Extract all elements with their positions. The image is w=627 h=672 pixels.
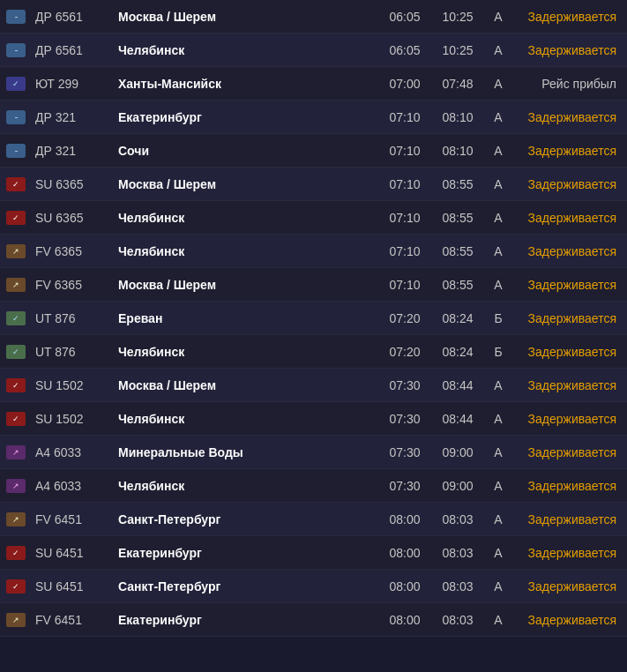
gate: Б bbox=[484, 311, 512, 325]
gate: А bbox=[484, 244, 512, 258]
airline-icon-col bbox=[0, 479, 32, 493]
departure-time: 07:30 bbox=[378, 479, 431, 493]
arrival-time: 08:03 bbox=[431, 546, 484, 560]
departure-time: 07:00 bbox=[378, 77, 431, 91]
status-badge: Задерживается bbox=[512, 412, 627, 426]
airline-icon-col bbox=[0, 77, 32, 91]
arrival-time: 08:10 bbox=[431, 144, 484, 158]
airline-icon bbox=[6, 546, 26, 560]
destination: Москва / Шерем bbox=[111, 10, 378, 24]
flight-row[interactable]: SU 1502 Челябинск 07:30 08:44 А Задержив… bbox=[0, 402, 627, 436]
flight-number: FV 6365 bbox=[32, 244, 111, 258]
status-badge: Задерживается bbox=[512, 311, 627, 325]
departure-time: 07:30 bbox=[378, 412, 431, 426]
destination: Екатеринбург bbox=[111, 613, 378, 627]
gate: А bbox=[484, 10, 512, 24]
status-badge: Задерживается bbox=[512, 110, 627, 124]
departure-time: 07:10 bbox=[378, 144, 431, 158]
status-badge: Задерживается bbox=[512, 177, 627, 191]
status-badge: Задерживается bbox=[512, 345, 627, 359]
flight-row[interactable]: SU 6365 Москва / Шерем 07:10 08:55 А Зад… bbox=[0, 168, 627, 201]
flight-row[interactable]: SU 6451 Санкт-Петербург 08:00 08:03 А За… bbox=[0, 570, 627, 603]
departure-time: 07:20 bbox=[378, 345, 431, 359]
destination: Челябинск bbox=[111, 244, 378, 258]
flight-row[interactable]: ДР 321 Екатеринбург 07:10 08:10 А Задерж… bbox=[0, 101, 627, 134]
departure-time: 07:30 bbox=[378, 445, 431, 459]
destination: Москва / Шерем bbox=[111, 177, 378, 191]
destination: Ереван bbox=[111, 311, 378, 325]
status-badge: Задерживается bbox=[512, 546, 627, 560]
departure-time: 07:20 bbox=[378, 311, 431, 325]
flight-number: ДР 321 bbox=[32, 144, 111, 158]
airline-icon bbox=[6, 445, 26, 459]
destination: Сочи bbox=[111, 144, 378, 158]
gate: А bbox=[484, 546, 512, 560]
airline-icon bbox=[6, 144, 26, 158]
airline-icon-col bbox=[0, 546, 32, 560]
flight-row[interactable]: ДР 6561 Челябинск 06:05 10:25 А Задержив… bbox=[0, 34, 627, 67]
flight-number: UT 876 bbox=[32, 311, 111, 325]
flight-number: ДР 321 bbox=[32, 110, 111, 124]
flight-row[interactable]: UT 876 Челябинск 07:20 08:24 Б Задержива… bbox=[0, 335, 627, 369]
flight-row[interactable]: А4 6033 Челябинск 07:30 09:00 А Задержив… bbox=[0, 469, 627, 503]
arrival-time: 09:00 bbox=[431, 479, 484, 493]
flight-row[interactable]: FV 6365 Москва / Шерем 07:10 08:55 А Зад… bbox=[0, 268, 627, 302]
destination: Челябинск bbox=[111, 211, 378, 225]
gate: А bbox=[484, 479, 512, 493]
airline-icon-col bbox=[0, 378, 32, 392]
departure-time: 07:10 bbox=[378, 244, 431, 258]
airline-icon bbox=[6, 579, 26, 594]
airline-icon bbox=[6, 613, 26, 627]
status-badge: Задерживается bbox=[512, 144, 627, 158]
arrival-time: 08:44 bbox=[431, 412, 484, 426]
flight-row[interactable]: FV 6451 Екатеринбург 08:00 08:03 А Задер… bbox=[0, 603, 627, 637]
airline-icon-col bbox=[0, 177, 32, 191]
flight-number: FV 6451 bbox=[32, 512, 111, 526]
airline-icon bbox=[6, 278, 26, 292]
airline-icon-col bbox=[0, 244, 32, 258]
destination: Челябинск bbox=[111, 479, 378, 493]
destination: Екатеринбург bbox=[111, 110, 378, 124]
flight-row[interactable]: FV 6365 Челябинск 07:10 08:55 А Задержив… bbox=[0, 235, 627, 268]
arrival-time: 08:55 bbox=[431, 177, 484, 191]
arrival-time: 08:03 bbox=[431, 579, 484, 594]
flight-row[interactable]: ДР 6561 Москва / Шерем 06:05 10:25 А Зад… bbox=[0, 0, 627, 34]
flight-row[interactable]: UT 876 Ереван 07:20 08:24 Б Задерживаетс… bbox=[0, 302, 627, 335]
departure-time: 06:05 bbox=[378, 10, 431, 24]
airline-icon bbox=[6, 479, 26, 493]
flight-row[interactable]: ДР 321 Сочи 07:10 08:10 А Задерживается bbox=[0, 134, 627, 168]
gate: Б bbox=[484, 345, 512, 359]
flight-row[interactable]: SU 1502 Москва / Шерем 07:30 08:44 А Зад… bbox=[0, 369, 627, 402]
flight-number: SU 6451 bbox=[32, 579, 111, 594]
gate: А bbox=[484, 445, 512, 459]
flight-number: SU 1502 bbox=[32, 378, 111, 392]
airline-icon-col bbox=[0, 144, 32, 158]
arrival-time: 07:48 bbox=[431, 77, 484, 91]
flight-row[interactable]: SU 6451 Екатеринбург 08:00 08:03 А Задер… bbox=[0, 536, 627, 570]
airline-icon bbox=[6, 345, 26, 359]
flight-board: ДР 6561 Москва / Шерем 06:05 10:25 А Зад… bbox=[0, 0, 627, 637]
gate: А bbox=[484, 77, 512, 91]
airline-icon-col bbox=[0, 579, 32, 594]
flight-row[interactable]: ЮТ 299 Ханты-Мансийск 07:00 07:48 А Рейс… bbox=[0, 67, 627, 101]
departure-time: 06:05 bbox=[378, 43, 431, 57]
flight-number: FV 6451 bbox=[32, 613, 111, 627]
airline-icon-col bbox=[0, 311, 32, 325]
flight-number: FV 6365 bbox=[32, 278, 111, 292]
arrival-time: 08:24 bbox=[431, 345, 484, 359]
flight-number: SU 6451 bbox=[32, 546, 111, 560]
flight-row[interactable]: А4 6033 Минеральные Воды 07:30 09:00 А З… bbox=[0, 436, 627, 469]
flight-row[interactable]: FV 6451 Санкт-Петербург 08:00 08:03 А За… bbox=[0, 503, 627, 536]
arrival-time: 08:55 bbox=[431, 278, 484, 292]
arrival-time: 08:10 bbox=[431, 110, 484, 124]
airline-icon-col bbox=[0, 10, 32, 24]
status-badge: Рейс прибыл bbox=[512, 77, 627, 91]
status-badge: Задерживается bbox=[512, 278, 627, 292]
status-badge: Задерживается bbox=[512, 479, 627, 493]
arrival-time: 08:03 bbox=[431, 512, 484, 526]
flight-row[interactable]: SU 6365 Челябинск 07:10 08:55 А Задержив… bbox=[0, 201, 627, 235]
destination: Санкт-Петербург bbox=[111, 579, 378, 594]
flight-number: SU 6365 bbox=[32, 177, 111, 191]
gate: А bbox=[484, 211, 512, 225]
airline-icon bbox=[6, 77, 26, 91]
